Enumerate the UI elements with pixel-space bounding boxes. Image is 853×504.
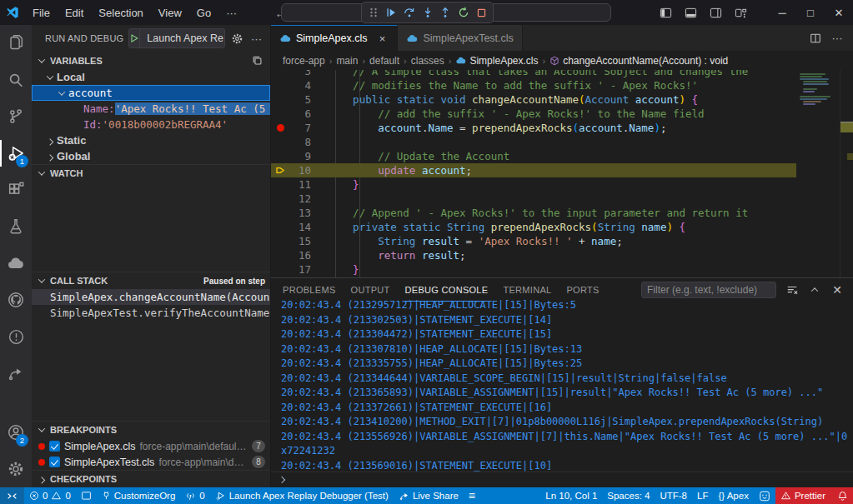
gutter-glyph-margin[interactable] [271, 220, 289, 234]
gutter-glyph-margin[interactable] [271, 262, 289, 277]
restart-icon[interactable] [455, 4, 472, 22]
bell-icon[interactable] [837, 491, 848, 502]
clear-console-icon[interactable] [783, 281, 801, 299]
gutter-glyph-margin[interactable] [271, 92, 289, 107]
editor-more-actions-icon[interactable]: ··· [828, 29, 846, 47]
gutter-glyph-margin[interactable] [271, 107, 289, 121]
indentation-setting[interactable]: Spaces: 4 [602, 487, 655, 504]
step-over-icon[interactable] [401, 4, 418, 22]
split-editor-icon[interactable] [806, 29, 825, 47]
prettier-status[interactable]: Prettier [775, 487, 853, 504]
menu-overflow[interactable]: ··· [218, 3, 244, 22]
toggle-secondary-sidebar-icon[interactable] [706, 3, 725, 22]
settings-gear-icon[interactable] [0, 451, 32, 487]
variable-id-row[interactable]: Id: '0018b00002bREGRAA4' [32, 117, 270, 132]
gutter-glyph-margin[interactable] [271, 206, 289, 220]
breakpoint-row[interactable]: SimpleApexTest.cls force-app\main\defa..… [32, 454, 270, 470]
problems-status[interactable]: 0 0 [24, 487, 76, 504]
breadcrumb-item[interactable]: default [369, 55, 399, 67]
explorer-icon[interactable] [0, 25, 32, 62]
test-icon[interactable] [0, 208, 32, 245]
run-debug-icon[interactable]: 1 [0, 135, 32, 172]
console-filter-input[interactable] [641, 282, 776, 298]
gripper-icon[interactable] [365, 4, 382, 22]
checkpoints-section-header[interactable]: CHECKPOINTS [32, 470, 270, 487]
step-into-icon[interactable] [419, 4, 436, 22]
tab-simpleapex[interactable]: SimpleApex.cls × [271, 25, 398, 51]
github-icon[interactable] [0, 282, 32, 318]
gutter-glyph-margin[interactable] [271, 135, 289, 149]
variables-scope-local[interactable]: Local [32, 69, 270, 85]
breadcrumb-item[interactable]: main [336, 55, 358, 67]
breakpoint-row[interactable]: SimpleApex.cls force-app\main\default\..… [32, 438, 270, 454]
launch-replay-debugger-item[interactable]: Launch Apex Replay Debugger (Test) [210, 487, 394, 504]
live-share-icon[interactable] [0, 355, 32, 392]
remote-indicator[interactable] [0, 487, 24, 504]
gutter-glyph-margin[interactable] [271, 163, 289, 177]
customize-layout-icon[interactable] [731, 3, 750, 22]
call-stack-frame[interactable]: SimpleApexTest.verifyTheAccountNameHasAp… [32, 305, 270, 321]
overview-ruler[interactable] [840, 70, 853, 277]
encoding-setting[interactable]: UTF-8 [655, 487, 692, 504]
close-button[interactable]: ✕ [825, 0, 853, 25]
editor-layout-status-icon[interactable] [76, 487, 97, 504]
step-out-icon[interactable] [437, 4, 454, 22]
eol-setting[interactable]: LF [692, 487, 713, 504]
menu-view[interactable]: View [151, 3, 189, 22]
toggle-sidebar-icon[interactable] [656, 3, 675, 22]
cloud-icon[interactable] [0, 245, 32, 282]
close-panel-icon[interactable]: ✕ [828, 281, 846, 299]
variable-account-row[interactable]: account [32, 85, 270, 101]
toggle-panel-icon[interactable] [681, 3, 700, 22]
watch-section-header[interactable]: WATCH [32, 164, 270, 182]
account-icon[interactable]: 2 [0, 414, 32, 451]
debug-console-output[interactable]: 20:02:43.4 (213295712)|HEAP_ALLOCATE|[15… [271, 298, 853, 472]
continue-icon[interactable] [384, 4, 400, 22]
breakpoints-section-header[interactable]: BREAKPOINTS [32, 421, 270, 438]
variable-name-row[interactable]: Name: 'Apex Rocks!! Test Ac (5 more) … [32, 101, 270, 117]
tab-simpleapextest[interactable]: SimpleApexTest.cls [398, 25, 522, 51]
extensions-icon[interactable] [0, 172, 32, 208]
gutter-glyph-margin[interactable] [271, 149, 289, 163]
hamburger-menu-icon[interactable]: ≡ [464, 487, 480, 504]
collapse-all-icon[interactable] [250, 53, 265, 68]
breakpoint-checkbox[interactable] [49, 457, 60, 467]
search-icon[interactable] [0, 62, 32, 98]
language-mode[interactable]: {} Apex [713, 487, 753, 504]
debug-settings-gear-icon[interactable] [230, 29, 244, 47]
feedback-smiley-icon[interactable] [754, 487, 775, 504]
gutter-glyph-margin[interactable] [271, 70, 289, 78]
variables-scope-global[interactable]: Global [32, 148, 270, 164]
minimap[interactable] [796, 70, 840, 277]
gutter-glyph-margin[interactable] [271, 234, 289, 248]
call-stack-section-header[interactable]: CALL STACK Paused on step [32, 272, 270, 289]
issues-icon[interactable] [0, 318, 32, 355]
live-share-item[interactable]: Live Share [394, 487, 464, 504]
breadcrumb-item[interactable]: force-app [283, 55, 325, 67]
variables-scope-static[interactable]: Static [32, 132, 270, 148]
gutter-glyph-margin[interactable] [271, 177, 289, 192]
call-stack-frame[interactable]: SimpleApex.changeAccountName(Account) [32, 289, 270, 305]
gutter-glyph-margin[interactable] [271, 192, 289, 206]
breadcrumb-item[interactable]: SimpleApex.cls [455, 55, 538, 67]
debug-console-input[interactable] [271, 472, 853, 487]
stop-icon[interactable] [473, 4, 489, 22]
gutter-glyph-margin[interactable] [271, 121, 289, 135]
minimize-button[interactable]: ─ [768, 0, 796, 25]
menu-edit[interactable]: Edit [58, 3, 91, 22]
variables-section-header[interactable]: VARIABLES [32, 52, 270, 69]
menu-file[interactable]: File [25, 3, 58, 22]
maximize-button[interactable]: □ [796, 0, 825, 25]
source-control-icon[interactable] [0, 98, 32, 135]
customize-org-item[interactable]: CustomizeOrg [97, 487, 181, 504]
cursor-position[interactable]: Ln 10, Col 1 [540, 487, 602, 504]
broadcast-status[interactable]: 0 [180, 487, 209, 504]
views-more-actions-icon[interactable]: ··· [249, 29, 263, 47]
maximize-panel-icon[interactable] [808, 283, 821, 297]
gutter-glyph-margin[interactable] [271, 248, 289, 262]
menu-selection[interactable]: Selection [91, 3, 150, 22]
breadcrumb-method-item[interactable]: changeAccountName(Account) : void [549, 55, 728, 67]
start-debug-icon[interactable] [129, 29, 140, 47]
code-editor[interactable]: 3 // A simple class that takes an Accoun… [271, 70, 853, 277]
gutter-glyph-margin[interactable] [271, 78, 289, 92]
